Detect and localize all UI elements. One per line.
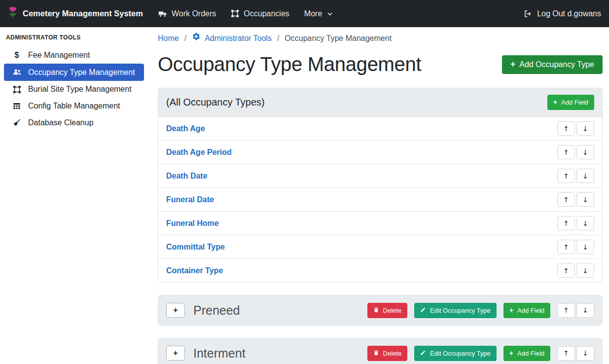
frame-icon — [12, 85, 22, 94]
field-link-death-date[interactable]: Death Date — [166, 169, 208, 182]
plus-icon: + — [509, 350, 513, 357]
move-up-button[interactable]: ↑ — [557, 346, 575, 361]
main-nav: Work Orders Occupancies More — [151, 9, 341, 18]
breadcrumb-home-label: Home — [158, 33, 179, 44]
edit-occupancy-type-button[interactable]: Edit Occupancy Type — [414, 303, 497, 318]
field-row: Death Age ↑ ↓ — [158, 116, 602, 140]
nav-more-label: More — [304, 9, 322, 18]
nav-occupancies-label: Occupancies — [244, 9, 289, 18]
field-link-funeral-home[interactable]: Funeral Home — [166, 217, 219, 230]
move-up-button[interactable]: ↑ — [557, 303, 575, 318]
breadcrumb-home[interactable]: Home — [158, 33, 179, 44]
down-arrow-icon: ↓ — [582, 349, 588, 357]
field-link-death-age[interactable]: Death Age — [166, 122, 205, 135]
sidebar: Administrator Tools $ Fee Management Occ… — [0, 27, 148, 364]
move-down-button[interactable]: ↓ — [576, 263, 594, 278]
add-field-button[interactable]: + Add Field — [503, 303, 550, 318]
plus-icon: + — [510, 60, 515, 69]
move-up-button[interactable]: ↑ — [557, 263, 575, 278]
add-occupancy-type-button[interactable]: + Add Occupancy Type — [502, 55, 603, 74]
reorder-controls: ↑ ↓ — [557, 303, 594, 318]
sidebar-item-label: Config Table Management — [28, 102, 120, 110]
up-arrow-icon: ↑ — [563, 243, 569, 251]
move-up-button[interactable]: ↑ — [557, 216, 575, 230]
down-arrow-icon: ↓ — [582, 243, 588, 251]
logout-button[interactable]: Log Out d.gowans — [524, 9, 601, 18]
add-occupancy-type-label: Add Occupancy Type — [519, 60, 594, 69]
chevron-down-icon — [326, 10, 333, 17]
occupancy-type-card-interment: + Interment Delete Edit Occupancy T — [158, 338, 603, 364]
move-down-button[interactable]: ↓ — [576, 240, 594, 254]
type-title: Interment — [193, 344, 246, 362]
users-icon — [12, 68, 22, 77]
app-title: Cemetery Management System — [23, 9, 143, 18]
up-arrow-icon: ↑ — [563, 306, 569, 314]
reorder-controls: ↑ ↓ — [557, 121, 594, 136]
reorder-controls: ↑ ↓ — [557, 346, 594, 361]
sidebar-item-config-table-management[interactable]: Config Table Management — [4, 98, 144, 114]
move-down-button[interactable]: ↓ — [576, 192, 594, 207]
sidebar-item-label: Fee Management — [28, 51, 90, 60]
type-card-header: + Interment Delete Edit Occupancy T — [158, 338, 602, 364]
move-up-button[interactable]: ↑ — [557, 169, 575, 183]
add-field-button[interactable]: + Add Field — [503, 346, 550, 361]
pencil-icon — [420, 307, 426, 314]
logout-label: Log Out d.gowans — [537, 9, 601, 18]
field-row: Funeral Date ↑ ↓ — [158, 187, 602, 211]
move-down-button[interactable]: ↓ — [576, 303, 594, 318]
move-up-button[interactable]: ↑ — [557, 121, 575, 136]
plus-icon: + — [173, 349, 178, 358]
up-arrow-icon: ↑ — [563, 349, 569, 357]
nav-occupancies[interactable]: Occupancies — [223, 9, 297, 18]
move-up-button[interactable]: ↑ — [557, 240, 575, 254]
up-arrow-icon: ↑ — [563, 219, 569, 227]
sidebar-item-fee-management[interactable]: $ Fee Management — [4, 47, 144, 64]
reorder-controls: ↑ ↓ — [557, 263, 594, 278]
up-arrow-icon: ↑ — [563, 196, 569, 204]
move-down-button[interactable]: ↓ — [576, 216, 594, 230]
field-link-death-age-period[interactable]: Death Age Period — [166, 146, 232, 159]
field-link-funeral-date[interactable]: Funeral Date — [166, 193, 214, 206]
field-row: Death Date ↑ ↓ — [158, 164, 602, 187]
move-down-button[interactable]: ↓ — [576, 145, 594, 159]
edit-label: Edit Occupancy Type — [430, 307, 491, 314]
reorder-controls: ↑ ↓ — [557, 240, 594, 254]
nav-work-orders[interactable]: Work Orders — [151, 9, 223, 18]
all-occupancy-types-header: (All Occupancy Types) + Add Field — [158, 88, 602, 116]
expand-button[interactable]: + — [166, 303, 185, 318]
nav-more[interactable]: More — [297, 9, 341, 18]
move-down-button[interactable]: ↓ — [576, 346, 594, 361]
field-row: Death Age Period ↑ ↓ — [158, 140, 602, 164]
sidebar-item-occupancy-type-management[interactable]: Occupancy Type Management — [4, 64, 144, 81]
move-down-button[interactable]: ↓ — [576, 169, 594, 183]
app-brand[interactable]: Cemetery Management System — [8, 6, 143, 21]
table-icon — [12, 102, 22, 110]
pencil-icon — [420, 350, 426, 357]
move-down-button[interactable]: ↓ — [576, 121, 594, 136]
sidebar-item-database-cleanup[interactable]: Database Cleanup — [4, 114, 144, 131]
breadcrumb-separator: / — [184, 33, 186, 44]
edit-occupancy-type-button[interactable]: Edit Occupancy Type — [414, 346, 497, 361]
field-link-container-type[interactable]: Container Type — [166, 264, 223, 277]
delete-button[interactable]: Delete — [367, 303, 408, 318]
delete-button[interactable]: Delete — [367, 346, 408, 361]
sidebar-item-burial-site-type-management[interactable]: Burial Site Type Management — [4, 81, 144, 98]
add-field-button[interactable]: + Add Field — [547, 95, 594, 110]
down-arrow-icon: ↓ — [582, 219, 588, 227]
down-arrow-icon: ↓ — [582, 172, 588, 180]
field-row: Container Type ↑ ↓ — [158, 258, 602, 282]
reorder-controls: ↑ ↓ — [557, 192, 594, 207]
add-field-label: Add Field — [561, 99, 588, 106]
move-up-button[interactable]: ↑ — [557, 145, 575, 159]
field-link-committal-type[interactable]: Committal Type — [166, 240, 225, 254]
reorder-controls: ↑ ↓ — [557, 145, 594, 159]
up-arrow-icon: ↑ — [563, 267, 569, 275]
field-row: Funeral Home ↑ ↓ — [158, 211, 602, 235]
plus-icon: + — [553, 99, 557, 106]
move-up-button[interactable]: ↑ — [557, 192, 575, 207]
all-occupancy-types-card: (All Occupancy Types) + Add Field Death … — [158, 88, 603, 283]
expand-button[interactable]: + — [166, 346, 185, 361]
breadcrumb-administrator-tools[interactable]: Administrator Tools — [192, 32, 272, 44]
trash-icon — [373, 307, 379, 314]
breadcrumb: Home / Administrator Tools / Occupancy T… — [158, 32, 603, 44]
